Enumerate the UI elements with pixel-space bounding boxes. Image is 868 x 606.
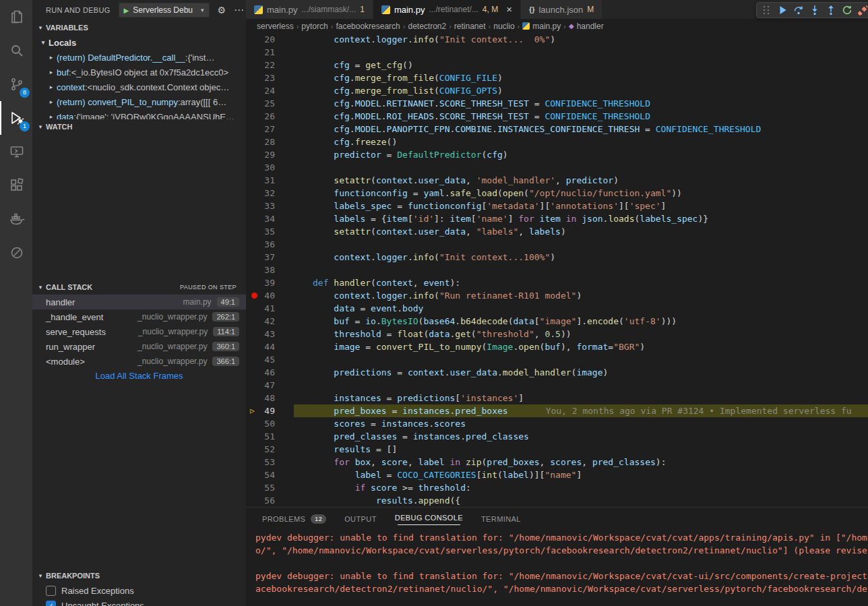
glyph-margin[interactable] [246, 135, 264, 148]
code-line-33[interactable]: 33 labels_spec = functionconfig['metadat… [246, 200, 868, 212]
gutter[interactable]: 48 [246, 392, 294, 404]
code-line-38[interactable]: 38 [246, 264, 868, 276]
code-line-54[interactable]: 54 label = COCO_CATEGORIES[int(label)]["… [246, 468, 868, 481]
code-line-34[interactable]: 34 labels = {item['id']: item['name'] fo… [246, 212, 868, 225]
checkbox[interactable]: ✓ [46, 601, 56, 606]
breakpoint-item[interactable]: ✓Uncaught Exceptions [32, 598, 246, 606]
code-line-49[interactable]: ▷49 pred_boxes = instances.pred_boxesYou… [246, 404, 868, 417]
glyph-margin[interactable] [246, 97, 264, 110]
activity-bar-item-extensions[interactable] [0, 169, 32, 202]
code-line-30[interactable]: 30 [246, 161, 868, 174]
activity-bar-item-circle-plugin[interactable] [0, 236, 32, 270]
glyph-margin[interactable] [246, 456, 264, 468]
gutter[interactable]: 28 [246, 135, 294, 148]
glyph-margin[interactable] [246, 264, 264, 276]
gutter[interactable]: 41 [246, 302, 294, 315]
gutter[interactable]: 50 [246, 417, 294, 430]
code-editor[interactable]: 20 context.logger.info("Init context... … [246, 33, 868, 507]
breadcrumb-item-retinanet[interactable]: retinanet [454, 22, 486, 31]
code-line-27[interactable]: 27 cfg.MODEL.PANOPTIC_FPN.COMBINE.INSTAN… [246, 123, 868, 135]
glyph-margin[interactable] [246, 33, 264, 46]
code-line-51[interactable]: 51 pred_classes = instances.pred_classes [246, 430, 868, 443]
code-line-24[interactable]: 24 cfg.merge_from_list(CONFIG_OPTS) [246, 84, 868, 97]
code-line-39[interactable]: 39def handler(context, event): [246, 276, 868, 289]
gutter[interactable]: 34 [246, 212, 294, 225]
code-line-52[interactable]: 52 results = [] [246, 443, 868, 456]
code-line-25[interactable]: 25 cfg.MODEL.RETINANET.SCORE_THRESH_TEST… [246, 97, 868, 110]
stack-frame-_handle_event[interactable]: _handle_event_nuclio_wrapper.py262:1 [32, 309, 246, 324]
gutter[interactable]: 31 [246, 174, 294, 187]
gear-icon[interactable]: ⚙ [218, 5, 226, 16]
breadcrumb-item-pytorch[interactable]: pytorch [301, 22, 328, 31]
glyph-margin[interactable] [246, 417, 264, 430]
load-all-stack-frames-link[interactable]: Load All Stack Frames [32, 369, 246, 384]
glyph-margin[interactable] [246, 46, 264, 59]
variable-row[interactable]: ▸(return) convert_PIL_to_numpy: array([[… [32, 94, 246, 109]
glyph-margin[interactable] [246, 212, 264, 225]
glyph-margin[interactable] [246, 187, 264, 200]
activity-bar-item-source-control[interactable]: 8 [0, 67, 32, 101]
stack-frame-handler[interactable]: handlermain.py49:1 [32, 295, 246, 309]
watch-header[interactable]: ▾ WATCH [32, 119, 246, 134]
variable-row[interactable]: ▸buf: <_io.BytesIO object at 0x7f5a2dc1e… [32, 65, 246, 80]
variable-row[interactable]: ▸context: <nuclio_sdk.context.Context ob… [32, 80, 246, 94]
breadcrumb-item-nuclio[interactable]: nuclio [493, 22, 514, 31]
gutter[interactable]: 25 [246, 97, 294, 110]
glyph-margin[interactable] [246, 84, 264, 97]
breakpoint-icon[interactable] [251, 293, 257, 299]
gutter[interactable]: 29 [246, 148, 294, 161]
glyph-margin[interactable] [246, 251, 264, 264]
disconnect-button[interactable] [855, 3, 868, 18]
gutter[interactable]: 20 [246, 33, 294, 46]
code-line-55[interactable]: 55 if score >= threshold: [246, 481, 868, 494]
glyph-margin[interactable] [246, 276, 264, 289]
glyph-margin[interactable] [246, 225, 264, 238]
activity-bar-item-run-and-debug[interactable]: 1 [0, 101, 32, 135]
breadcrumb-item-detectron2[interactable]: detectron2 [408, 22, 446, 31]
breakpoints-header[interactable]: ▾ BREAKPOINTS [32, 568, 246, 583]
activity-bar-item-search[interactable] [0, 34, 32, 67]
gutter[interactable]: 42 [246, 315, 294, 328]
code-line-45[interactable]: 45 [246, 353, 868, 366]
code-line-21[interactable]: 21 [246, 46, 868, 59]
glyph-margin[interactable] [246, 328, 264, 340]
code-line-47[interactable]: 47 [246, 379, 868, 392]
gutter[interactable]: 26 [246, 110, 294, 123]
code-line-20[interactable]: 20 context.logger.info("Init context... … [246, 33, 868, 46]
variable-row[interactable]: ▸(return) DefaultPredictor.__call__: {'i… [32, 50, 246, 65]
continue-button[interactable] [774, 3, 790, 18]
glyph-margin[interactable] [246, 289, 264, 302]
stack-frame-run_wrapper[interactable]: run_wrapper_nuclio_wrapper.py360:1 [32, 339, 246, 354]
glyph-margin[interactable] [246, 238, 264, 251]
glyph-margin[interactable] [246, 468, 264, 481]
step-into-button[interactable] [807, 3, 823, 18]
glyph-margin[interactable] [246, 161, 264, 174]
gutter[interactable]: 40 [246, 289, 294, 302]
gutter[interactable]: 36 [246, 238, 294, 251]
launch-config-select[interactable]: ▶ Serverless Debu ▾ [119, 3, 210, 18]
close-icon[interactable]: × [506, 5, 512, 14]
breadcrumb-item-facebookresearch[interactable]: facebookresearch [336, 22, 400, 31]
glyph-margin[interactable] [246, 123, 264, 135]
glyph-margin[interactable] [246, 315, 264, 328]
breadcrumb-item-serverless[interactable]: serverless [257, 22, 294, 31]
glyph-margin[interactable] [246, 481, 264, 494]
code-line-56[interactable]: 56 results.append({ [246, 494, 868, 507]
code-line-22[interactable]: 22 cfg = get_cfg() [246, 59, 868, 71]
glyph-margin[interactable] [246, 110, 264, 123]
gutter[interactable]: 21 [246, 46, 294, 59]
gutter[interactable]: 46 [246, 366, 294, 379]
gutter[interactable]: 27 [246, 123, 294, 135]
glyph-margin[interactable] [246, 302, 264, 315]
drag-handle-button[interactable] [758, 3, 774, 18]
gutter[interactable]: 37 [246, 251, 294, 264]
code-line-53[interactable]: 53 for box, score, label in zip(pred_box… [246, 456, 868, 468]
code-line-31[interactable]: 31 setattr(context.user_data, 'model_han… [246, 174, 868, 187]
editor-tab-0-main.py[interactable]: main.py.../siammask/...1 [246, 0, 373, 19]
gutter[interactable]: 56 [246, 494, 294, 507]
gutter[interactable]: 33 [246, 200, 294, 212]
glyph-margin[interactable]: ▷ [246, 404, 264, 417]
gutter[interactable]: 30 [246, 161, 294, 174]
debug-console-output[interactable]: pydev debugger: unable to find translati… [246, 530, 868, 595]
gutter[interactable]: 54 [246, 468, 294, 481]
